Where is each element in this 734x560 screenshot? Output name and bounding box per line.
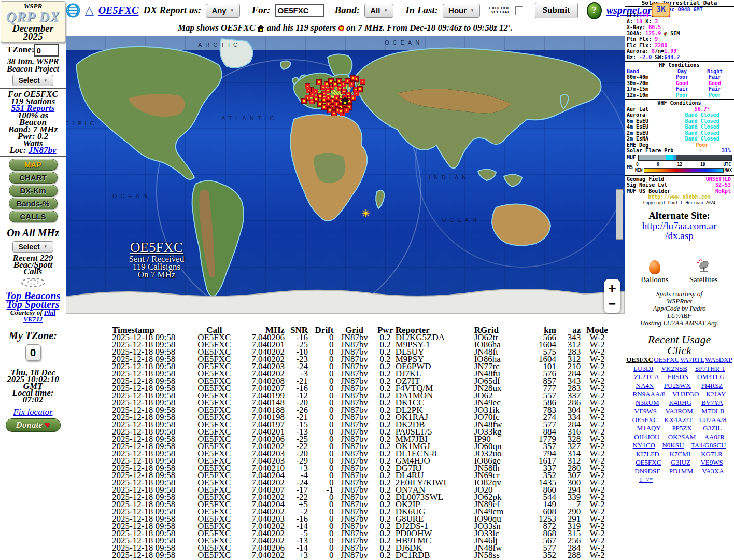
recent-usage-link[interactable]: LU7AA/8	[699, 416, 727, 425]
exclude-special-checkbox[interactable]	[515, 6, 523, 15]
spotter-marker[interactable]	[301, 98, 307, 104]
satellite-dish-icon[interactable]	[696, 258, 711, 273]
cell: JN58ss	[474, 552, 522, 559]
submit-button[interactable]: Submit	[535, 3, 578, 18]
recent-usage-link[interactable]: OE5FXC	[654, 356, 679, 365]
courtesy-phil-link[interactable]: Phil	[44, 309, 55, 316]
fix-locator-link[interactable]: Fix locator	[0, 407, 66, 417]
recent-usage-link[interactable]: RN9AAA/8	[633, 390, 666, 399]
recent-usage-link[interactable]: PU2SWX	[664, 382, 691, 390]
local-time-value: 07:02	[0, 396, 66, 403]
recent-usage-link[interactable]: PP5ZX	[672, 424, 691, 433]
band-select[interactable]: All▼	[364, 4, 393, 18]
balloon-icon[interactable]	[649, 260, 660, 274]
header-callsign-link[interactable]: OE5FXC	[98, 5, 139, 17]
recent-usage-link[interactable]: OE5FXC	[636, 458, 661, 467]
recent-usage-link[interactable]: N0KSU	[662, 441, 684, 450]
vhf-conditions-title: VHF Conditions	[625, 100, 734, 106]
recent-usage-link[interactable]: ZL2TCA	[634, 373, 659, 382]
all-mhz-select[interactable]: Select▼	[12, 241, 53, 253]
world-map[interactable]: ARCTIC OCEAN ATLANTIC PACIFIC OCEAN INDI…	[66, 36, 625, 314]
spotter-marker[interactable]	[354, 91, 359, 96]
recent-usage-link[interactable]: PI4RSZ	[701, 382, 723, 390]
beacon-project-select[interactable]: Select▼	[12, 75, 53, 86]
map-scrollbar-thumb[interactable]	[616, 189, 623, 240]
recent-usage-link[interactable]: N3RUM	[636, 399, 659, 408]
help-icon[interactable]: ?	[587, 2, 602, 19]
spotter-marker[interactable]	[338, 108, 344, 114]
ocean-label-ocean-ne: OCEAN	[385, 39, 423, 46]
callsign-input[interactable]	[275, 4, 324, 17]
sun-marker-icon[interactable]: ☀	[361, 207, 370, 219]
map-zoom-out-button[interactable]: −	[604, 298, 620, 312]
recent-usage-link[interactable]: OE5FXC	[632, 416, 658, 425]
divider	[0, 156, 66, 157]
recent-usage-block: Recent Usage Click OE5FXCOE5FXCVA7RTLWA5…	[625, 334, 734, 484]
donate-button[interactable]: Donate ♥	[6, 418, 61, 432]
recent-usage-link[interactable]: AA0JR	[704, 433, 725, 442]
recent-usage-link[interactable]: G3IUZ	[671, 458, 691, 467]
recent-usage-link[interactable]: 1_7*	[639, 475, 653, 484]
spotter-marker[interactable]	[320, 85, 326, 90]
recent-usage-link[interactable]: G3ZIL	[703, 424, 722, 433]
alternate-site-link[interactable]: http://lu7aa.com.ar	[642, 220, 717, 231]
recent-usage-link[interactable]: NA4N	[636, 382, 654, 390]
recent-usage-link[interactable]: OE5FXC	[626, 356, 653, 365]
spotter-marker[interactable]	[349, 81, 355, 87]
recent-usage-link[interactable]: M7DLB	[701, 407, 724, 416]
spotter-marker[interactable]	[350, 75, 356, 81]
cell: JN87bv	[333, 552, 375, 559]
recent-usage-link[interactable]: FR5DN	[668, 373, 689, 382]
view-button-calls[interactable]: CALLS	[9, 211, 58, 222]
recent-usage-link[interactable]: VA7RTL	[680, 356, 704, 365]
solar-terrestrial-widget: Solar-Terrestrial Data 18 Dec 0948 GMT 3…	[625, 0, 734, 206]
recent-usage-link[interactable]: BV7YA	[701, 399, 723, 408]
beacon-home-icon[interactable]	[341, 97, 349, 105]
recent-usage-link[interactable]: KI7LFD	[636, 450, 659, 459]
recent-usage-link[interactable]: OH4JOU	[634, 433, 659, 442]
tzone-input[interactable]	[34, 44, 59, 57]
recent-usage-link[interactable]: K2JAY	[706, 390, 726, 399]
my-tzone-button[interactable]: 0	[25, 344, 41, 361]
credits-block: Spots courtesy of WSPRnet App/Code by Pe…	[625, 290, 734, 327]
alternate-site-link2[interactable]: /dx.asp	[665, 230, 693, 241]
locator-link[interactable]: JN87bv	[29, 145, 57, 155]
recent-usage-link[interactable]: K4RHG	[669, 399, 691, 408]
recent-usage-link[interactable]: PD1MM	[669, 467, 693, 476]
recent-usage-link[interactable]: M1AQY	[637, 424, 661, 433]
recent-usage-link[interactable]: OM3TLG	[697, 373, 725, 382]
recent-usage-row: OE5FXCOE5FXCVA7RTLWA5DXP	[625, 356, 734, 365]
spotter-marker[interactable]	[344, 107, 349, 113]
recent-usage-link[interactable]: KX4AZ/T	[665, 416, 693, 425]
view-button-chart[interactable]: CHART	[9, 172, 58, 184]
map-zoom-in-button[interactable]: +	[604, 279, 620, 298]
recent-usage-link[interactable]: NY1CO	[633, 441, 655, 450]
view-button-map[interactable]: MAP	[9, 159, 58, 171]
recent-usage-link[interactable]: VE9WS	[700, 458, 723, 467]
vhf-condition-row: 4m EsEUBand Closed	[625, 124, 734, 130]
in-last-select[interactable]: Hour▼	[443, 4, 480, 18]
recent-usage-link[interactable]: VA3ROM	[666, 407, 693, 416]
recent-usage-link[interactable]: WA5DXP	[705, 356, 732, 365]
recent-usage-link[interactable]: VK2NSB	[661, 365, 687, 373]
recent-usage-link[interactable]: K7CMI	[670, 450, 690, 459]
spotter-marker[interactable]	[305, 83, 310, 89]
recent-usage-link[interactable]: VU3FGO	[672, 390, 699, 399]
recent-usage-link[interactable]: VE9WS	[634, 407, 657, 416]
recent-usage-link[interactable]: KG7LR	[701, 450, 723, 459]
recent-usage-link[interactable]: OK2SAM	[668, 433, 696, 442]
courtesy-vk7jj-link[interactable]: VK7JJ	[23, 315, 43, 323]
solar-data-line: A: 18 K: 3	[625, 19, 734, 25]
recent-usage-link[interactable]: DN9DSF	[634, 467, 660, 476]
ocean-label-indian: INDIAN	[429, 174, 470, 180]
view-button-dxkm[interactable]: DX-Km	[9, 185, 58, 197]
n0nbh-link[interactable]: http://www.n0nbh.com	[625, 194, 734, 200]
report-as-select[interactable]: Any▼	[206, 4, 239, 18]
view-button-bands[interactable]: Bands-%	[9, 198, 58, 209]
recent-usage-link[interactable]: TA4/G8SCU	[691, 441, 726, 450]
recent-usage-link[interactable]: VA3XA	[702, 467, 724, 476]
spotter-marker[interactable]	[360, 79, 365, 85]
recent-usage-link[interactable]: SP7THR-1	[695, 365, 725, 373]
page-size-badge[interactable]: 3K	[652, 3, 670, 17]
recent-usage-link[interactable]: LU3DJ	[633, 365, 653, 373]
